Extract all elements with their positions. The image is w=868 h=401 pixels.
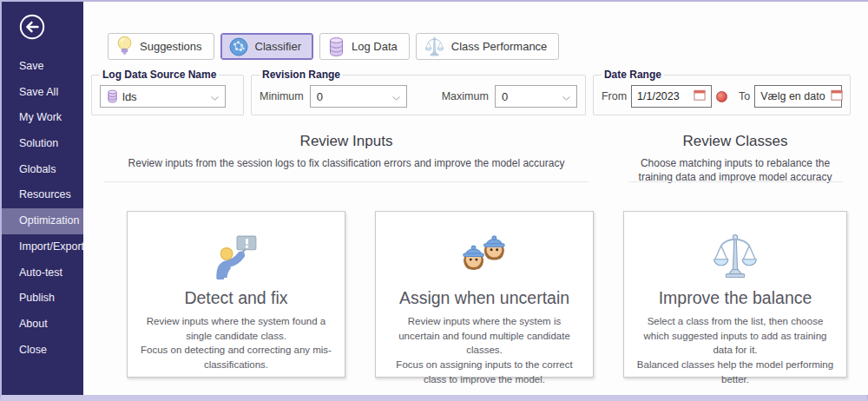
workers-icon: [386, 233, 582, 281]
maximum-select[interactable]: 0: [495, 85, 577, 108]
chevron-down-icon: [392, 90, 400, 103]
error-dot-icon: [716, 91, 727, 102]
date-range-group: Date Range From 1/1/2023 To: [593, 69, 851, 115]
revision-range-legend: Revision Range: [260, 69, 343, 81]
chevron-down-icon: [211, 90, 219, 103]
assign-when-uncertain-card[interactable]: Assign when uncertain Review inputs wher…: [375, 211, 594, 378]
tab-label: Log Data: [352, 40, 398, 53]
detect-and-fix-card[interactable]: Detect and fix Review inputs where the s…: [127, 211, 345, 378]
to-label: To: [739, 90, 750, 102]
card-line: Review inputs where the system is uncert…: [386, 314, 582, 358]
database-icon: [107, 89, 118, 103]
revision-range-group: Revision Range Minimum 0 Maximum 0: [251, 69, 586, 115]
log-data-source-select[interactable]: lds: [100, 85, 226, 108]
tab-log-data[interactable]: Log Data: [319, 33, 410, 60]
review-classes-section: Review Classes Choose matching inputs to…: [622, 130, 848, 182]
to-date-input[interactable]: Vælg en dato: [754, 85, 842, 108]
filter-bar: Log Data Source Name lds Revision Range: [91, 69, 868, 115]
to-date-value: Vælg en dato: [760, 90, 825, 102]
sidebar-item-save[interactable]: Save: [2, 54, 83, 80]
calendar-icon[interactable]: [831, 89, 843, 103]
main-content: ? × Suggestions: [83, 2, 868, 395]
sidebar-item-my-work[interactable]: My Work: [2, 105, 83, 131]
from-label: From: [602, 90, 627, 102]
sidebar-item-globals[interactable]: Globals: [2, 157, 83, 183]
app-window: Save Save All My Work Solution Globals R…: [0, 0, 868, 401]
card-title: Improve the balance: [635, 288, 836, 308]
classifier-network-icon: [229, 37, 248, 56]
tab-label: Classifier: [255, 40, 301, 53]
sidebar-item-close[interactable]: Close: [2, 338, 83, 364]
lightbulb-icon: [116, 36, 133, 57]
person-alert-icon: [138, 233, 334, 281]
tab-label: Suggestions: [140, 40, 202, 53]
sidebar-item-resources[interactable]: Resources: [2, 182, 83, 208]
tab-suggestions[interactable]: Suggestions: [108, 33, 214, 60]
back-arrow-icon: [18, 13, 46, 41]
sidebar-item-auto-test[interactable]: Auto-test: [2, 260, 83, 286]
card-line: Review inputs where the system found a s…: [138, 314, 334, 343]
log-data-source-legend: Log Data Source Name: [100, 69, 219, 81]
action-cards: Detect and fix Review inputs where the s…: [127, 211, 868, 378]
sidebar-nav: Save Save All My Work Solution Globals R…: [2, 54, 83, 363]
review-inputs-title: Review Inputs: [91, 133, 602, 150]
minimum-value: 0: [317, 90, 323, 103]
calendar-icon[interactable]: [694, 89, 706, 103]
sidebar-item-publish[interactable]: Publish: [2, 286, 83, 312]
section-headings: Review Inputs Review inputs from the ses…: [91, 130, 868, 182]
from-date-input[interactable]: 1/1/2023: [631, 85, 712, 108]
card-title: Assign when uncertain: [386, 288, 582, 308]
card-line: Select a class from the list, then choos…: [635, 314, 836, 358]
balance-scales-icon: [635, 233, 836, 281]
card-description: Review inputs where the system is uncert…: [386, 314, 582, 386]
review-inputs-subtitle: Review inputs from the session logs to f…: [91, 156, 602, 170]
titlebar: ? ×: [83, 2, 868, 28]
card-line: Balanced classes help the model performi…: [635, 358, 836, 386]
tab-label: Class Performance: [451, 40, 548, 53]
sidebar: Save Save All My Work Solution Globals R…: [2, 2, 83, 395]
sidebar-item-optimization[interactable]: Optimization: [2, 208, 83, 234]
review-classes-title: Review Classes: [622, 133, 848, 150]
sidebar-item-save-all[interactable]: Save All: [2, 80, 83, 106]
tab-bar: Suggestions Classifier: [108, 33, 868, 60]
sidebar-item-import-export[interactable]: Import/Export: [2, 234, 83, 260]
card-line: Focus on detecting and correcting any mi…: [138, 343, 334, 371]
tab-classifier[interactable]: Classifier: [220, 33, 313, 60]
maximum-value: 0: [502, 90, 508, 103]
maximum-label: Maximum: [442, 90, 489, 102]
sidebar-item-solution[interactable]: Solution: [2, 131, 83, 157]
card-line: Focus on assigning inputs to the correct…: [386, 358, 582, 386]
card-description: Review inputs where the system found a s…: [138, 314, 334, 372]
card-description: Select a class from the list, then choos…: [635, 314, 836, 386]
date-range-legend: Date Range: [602, 69, 664, 81]
database-icon: [328, 36, 345, 57]
sidebar-item-about[interactable]: About: [2, 312, 83, 338]
review-inputs-section: Review Inputs Review inputs from the ses…: [91, 130, 602, 182]
divider: [104, 181, 589, 182]
review-classes-subtitle: Choose matching inputs to rebalance the …: [622, 156, 848, 184]
tab-class-performance[interactable]: Class Performance: [416, 33, 560, 60]
back-button[interactable]: [18, 13, 46, 41]
improve-the-balance-card[interactable]: Improve the balance Select a class from …: [623, 211, 847, 378]
minimum-label: Minimum: [260, 90, 304, 102]
from-date-value: 1/1/2023: [637, 90, 680, 102]
chevron-down-icon: [562, 90, 570, 103]
log-data-source-group: Log Data Source Name lds: [91, 69, 244, 115]
divider: [628, 181, 843, 182]
card-title: Detect and fix: [138, 288, 334, 308]
balance-scales-icon: [424, 36, 444, 57]
log-data-source-value: lds: [122, 90, 137, 103]
minimum-select[interactable]: 0: [310, 85, 407, 108]
